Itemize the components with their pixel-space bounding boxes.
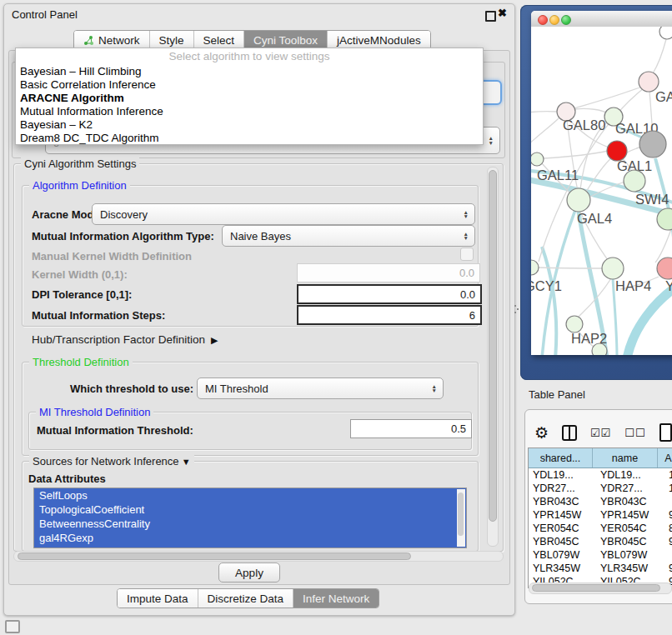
table-cell: YBR045C — [529, 535, 596, 548]
restore-panel-icon[interactable] — [5, 620, 20, 633]
deselect-all-icon[interactable] — [624, 427, 645, 439]
attribute-item[interactable]: TopologicalCoefficient — [34, 502, 466, 517]
application-root: Control Panel ✖ NetworkStyleSelectCyni T… — [0, 0, 672, 635]
algorithm-option[interactable]: Bayesian – Hill Climbing — [16, 65, 483, 78]
which-threshold-value: MI Threshold — [198, 382, 432, 395]
which-threshold-label: Which threshold to use: — [70, 382, 193, 395]
file-icon[interactable] — [659, 423, 672, 442]
splitter-grip[interactable] — [514, 303, 519, 314]
table-body: YDL19...YDL19...13YDR27...YDR27...12YBR0… — [529, 468, 672, 588]
dpi-tolerance-input[interactable]: 0.0 — [297, 284, 482, 304]
column-header[interactable]: shared... — [529, 448, 593, 468]
table-row[interactable]: YLR345WYLR345W9. — [529, 562, 672, 575]
tab-select[interactable]: Select — [193, 31, 244, 49]
network-node[interactable] — [659, 27, 672, 39]
table-row[interactable]: YDL19...YDL19...13 — [529, 468, 672, 482]
table-cell: YBR043C — [596, 495, 664, 508]
table-horizontal-scrollbar[interactable] — [529, 582, 672, 594]
minimize-traffic-light-icon[interactable] — [549, 15, 559, 25]
network-node-gcy1[interactable] — [531, 260, 539, 275]
algorithm-option[interactable]: Basic Correlation Inference — [16, 78, 483, 92]
table-cell: YDR27... — [529, 482, 596, 495]
combo-arrows-icon: ▲▼ — [464, 210, 469, 219]
tab-label: Select — [203, 34, 235, 47]
mi-algorithm-type-select[interactable]: Naive Bayes ▲▼ — [222, 225, 475, 247]
attribute-item[interactable]: SelfLoops — [34, 488, 466, 502]
select-all-icon[interactable] — [590, 427, 611, 439]
table-row[interactable]: YBL079WYBL079W — [529, 548, 672, 562]
algorithm-option[interactable]: Mutual Information Inference — [16, 105, 483, 118]
table-row[interactable]: YDR27...YDR27...12 — [529, 482, 672, 495]
table-cell — [664, 495, 672, 508]
table-row[interactable]: YBR043CYBR043C — [529, 495, 672, 508]
tab-style[interactable]: Style — [149, 31, 193, 49]
attributes-scrollbar[interactable] — [457, 489, 465, 547]
table-cell: YBR043C — [529, 495, 596, 508]
gear-icon[interactable] — [534, 425, 549, 441]
tab-label: Cyni Toolbox — [253, 34, 318, 47]
mi-threshold-input[interactable]: 0.5 — [350, 419, 472, 438]
kernel-width-value: 0.0 — [459, 267, 474, 279]
tab-impute-data[interactable]: Impute Data — [118, 589, 198, 608]
close-icon[interactable]: ✖ — [498, 7, 507, 19]
network-graph[interactable]: GALGAL80GAL10GAL1SWI4GAL11GAL4GCY1HAP4YH… — [531, 27, 672, 355]
network-node-y[interactable] — [657, 258, 672, 279]
table-cell: YDR27... — [596, 482, 664, 495]
data-attributes-list[interactable]: SelfLoopsTopologicalCoefficientBetweenne… — [33, 488, 467, 548]
settings-vertical-scrollbar[interactable] — [487, 167, 499, 547]
network-node[interactable] — [592, 343, 607, 355]
table-cell: 9. — [664, 508, 672, 522]
attribute-item[interactable]: BetweennessCentrality — [34, 517, 466, 531]
aracne-mode-select[interactable]: Discovery ▲▼ — [92, 203, 475, 225]
tab-label: Infer Network — [303, 592, 369, 605]
network-window-titlebar[interactable] — [531, 11, 672, 28]
algorithm-dropdown-list: Bayesian – Hill ClimbingBasic Correlatio… — [16, 65, 483, 145]
column-header[interactable]: name — [593, 448, 658, 468]
network-node-gal11[interactable] — [531, 152, 544, 166]
split-panel-icon[interactable] — [562, 425, 577, 441]
mi-threshold-label: Mutual Information Threshold: — [37, 424, 193, 437]
close-traffic-light-icon[interactable] — [538, 15, 548, 25]
expander-right-icon: ▶ — [208, 335, 218, 345]
kernel-width-input[interactable]: 0.0 — [297, 263, 480, 282]
attribute-item[interactable]: gal4RGexp — [34, 531, 466, 545]
node-table[interactable]: shared...nameA YDL19...YDL19...13YDR27..… — [528, 448, 672, 588]
float-window-icon[interactable] — [485, 11, 496, 22]
table-row[interactable]: YBR045CYBR045C9. — [529, 535, 672, 548]
zoom-traffic-light-icon[interactable] — [561, 15, 571, 25]
mi-steps-value: 6 — [469, 309, 475, 322]
mi-steps-label: Mutual Information Steps: — [32, 309, 165, 322]
table-row[interactable]: YPR145WYPR145W9. — [529, 508, 672, 522]
node-label: GAL — [655, 89, 672, 104]
network-node-hap4[interactable] — [602, 258, 624, 279]
node-label: Y — [665, 278, 672, 293]
hub-definition-expander[interactable]: Hub/Transcription Factor Definition ▶ — [32, 333, 218, 346]
algorithm-option[interactable]: Bayesian – K2 — [16, 118, 483, 132]
tab-infer-network[interactable]: Infer Network — [293, 589, 379, 608]
aracne-mode-value: Discovery — [93, 208, 464, 221]
tab-network[interactable]: Network — [74, 31, 149, 49]
dpi-tolerance-label: DPI Tolerance [0,1]: — [32, 288, 132, 301]
table-cell: YPR145W — [529, 508, 596, 522]
mi-steps-input[interactable]: 6 — [297, 305, 482, 325]
tab-jactivemnodules[interactable]: jActiveMNodules — [327, 31, 430, 49]
apply-button[interactable]: Apply — [218, 562, 280, 582]
node-label: SWI4 — [635, 192, 669, 207]
network-node-swi4[interactable] — [624, 170, 645, 192]
algorithm-option[interactable]: ARACNE Algorithm — [16, 92, 483, 105]
algorithm-option[interactable]: Dream8 DC_TDC Algorithm — [16, 132, 483, 145]
network-node-gal4[interactable] — [567, 188, 590, 212]
tab-cyni-toolbox[interactable]: Cyni Toolbox — [243, 31, 327, 49]
settings-horizontal-scrollbar[interactable] — [13, 551, 504, 562]
network-node-hap2[interactable] — [566, 316, 583, 332]
table-cell: YDL19... — [596, 468, 664, 482]
which-threshold-select[interactable]: MI Threshold ▲▼ — [197, 378, 444, 399]
table-row[interactable]: YER054CYER054C8. — [529, 522, 672, 535]
settings-group-title: Cyni Algorithm Settings — [21, 158, 139, 170]
network-node[interactable] — [639, 131, 666, 158]
manual-kernel-checkbox[interactable] — [460, 248, 474, 261]
tab-discretize-data[interactable]: Discretize Data — [198, 589, 293, 608]
table-cell: YBL079W — [596, 548, 664, 562]
tab-label: jActiveMNodules — [337, 34, 421, 47]
column-header[interactable]: A — [658, 448, 672, 468]
